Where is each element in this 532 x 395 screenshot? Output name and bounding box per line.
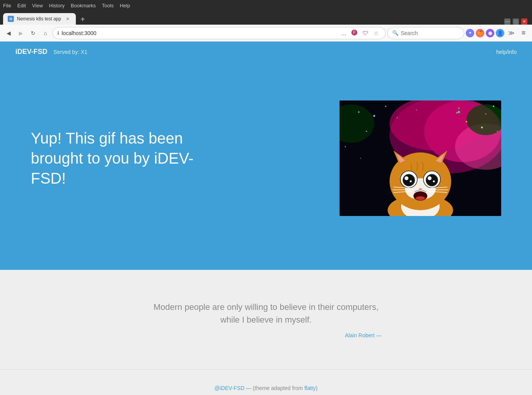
back-button[interactable]: ◀ <box>3 28 14 38</box>
menu-view[interactable]: View <box>32 3 43 8</box>
svg-point-19 <box>458 111 460 113</box>
pocket-icon[interactable]: 🅟 <box>350 28 359 38</box>
site-logo: iDEV-FSD <box>15 48 47 56</box>
svg-point-21 <box>481 127 483 129</box>
site-header: iDEV-FSD Served by: X1 help/info <box>0 42 532 62</box>
search-bar[interactable]: 🔍 <box>387 27 464 39</box>
url-text: localhost:3000 <box>62 30 337 36</box>
navigation-bar: ◀ ▶ ↻ ⌂ ℹ localhost:3000 … 🅟 🛡 ☆ 🔍 ✦ 🍊 ◉… <box>0 25 532 42</box>
galaxy-cat-svg <box>340 100 501 216</box>
svg-point-20 <box>456 112 458 114</box>
svg-point-11 <box>485 114 487 115</box>
quote-author: Alain Robert — <box>151 332 381 338</box>
home-button[interactable]: ⌂ <box>40 28 51 38</box>
maximize-button[interactable]: □ <box>513 18 519 25</box>
forward-button[interactable]: ▶ <box>15 28 26 38</box>
tab-close-button[interactable]: × <box>64 15 71 22</box>
svg-point-10 <box>458 107 460 109</box>
menu-bar: File Edit View History Bookmarks Tools H… <box>0 0 532 11</box>
footer-section: @iDEV-FSD — (theme adapted from flatty) <box>0 369 532 395</box>
svg-point-17 <box>345 146 346 147</box>
extension-icon-2[interactable]: 🍊 <box>476 29 484 37</box>
footer-handle-link[interactable]: @iDEV-FSD <box>214 385 244 391</box>
footer-theme-link[interactable]: flatty <box>304 385 316 391</box>
tab-favicon: N <box>8 16 14 22</box>
more-options-icon[interactable]: … <box>339 28 348 38</box>
svg-point-15 <box>397 117 398 118</box>
svg-point-36 <box>405 176 408 180</box>
svg-point-13 <box>366 131 367 132</box>
reload-button[interactable]: ↻ <box>28 28 38 38</box>
svg-point-37 <box>410 181 412 182</box>
svg-point-22 <box>373 115 375 117</box>
site-brand: iDEV-FSD Served by: X1 <box>15 48 87 56</box>
address-bar-icons: … 🅟 🛡 ☆ <box>339 28 381 38</box>
hero-text: Yup! This gif has been brought to you by… <box>31 128 223 188</box>
svg-point-9 <box>416 110 417 110</box>
menu-bookmarks[interactable]: Bookmarks <box>71 3 96 8</box>
svg-point-14 <box>466 121 467 122</box>
help-link[interactable]: help/info <box>496 49 517 55</box>
hero-section: Yup! This gif has been brought to you by… <box>0 62 532 270</box>
extension-icon-4[interactable]: 👤 <box>496 29 504 37</box>
search-input[interactable] <box>401 30 455 36</box>
svg-point-18 <box>360 158 361 159</box>
new-tab-button[interactable]: + <box>77 14 88 25</box>
lock-icon: ℹ <box>57 30 59 36</box>
svg-point-46 <box>416 196 425 200</box>
minimize-button[interactable]: — <box>504 18 510 25</box>
menu-help[interactable]: Help <box>120 3 130 8</box>
hamburger-menu-button[interactable]: ≡ <box>518 28 529 38</box>
menu-edit[interactable]: Edit <box>17 3 26 8</box>
svg-point-12 <box>493 105 494 107</box>
svg-point-16 <box>497 131 498 132</box>
website-content: iDEV-FSD Served by: X1 help/info Yup! Th… <box>0 42 532 395</box>
menu-tools[interactable]: Tools <box>102 3 114 8</box>
extension-icon-3[interactable]: ◉ <box>486 29 494 37</box>
quote-section: Modern people are only willing to believ… <box>0 270 532 369</box>
footer-text: @iDEV-FSD — (theme adapted from flatty) <box>15 385 517 391</box>
quote-text: Modern people are only willing to believ… <box>151 301 381 326</box>
menu-file[interactable]: File <box>3 3 11 8</box>
browser-chrome: File Edit View History Bookmarks Tools H… <box>0 0 532 42</box>
close-window-button[interactable]: × <box>521 18 527 25</box>
footer-separator: — (theme adapted from <box>244 385 304 391</box>
address-bar[interactable]: ℹ localhost:3000 … 🅟 🛡 ☆ <box>52 27 386 39</box>
active-tab[interactable]: N Nemesis k8s test app × <box>3 13 76 25</box>
tab-bar: N Nemesis k8s test app × + — □ × <box>0 11 532 25</box>
extension-icon-1[interactable]: ✦ <box>466 29 474 37</box>
search-icon: 🔍 <box>392 30 398 36</box>
svg-point-35 <box>403 175 414 186</box>
hero-image <box>340 100 501 216</box>
star-icon[interactable]: ☆ <box>371 28 381 38</box>
toolbar-icons: ✦ 🍊 ◉ 👤 ≫ ≡ <box>466 28 529 38</box>
extensions-button[interactable]: ≫ <box>506 28 517 38</box>
svg-point-8 <box>385 106 386 107</box>
shield-icon[interactable]: 🛡 <box>361 28 370 38</box>
svg-point-41 <box>427 175 437 186</box>
footer-end: ) <box>316 385 318 391</box>
svg-point-7 <box>358 111 360 113</box>
served-by-text: Served by: X1 <box>54 49 87 55</box>
tab-title: Nemesis k8s test app <box>17 16 61 22</box>
menu-history[interactable]: History <box>49 3 64 8</box>
svg-point-43 <box>433 181 435 182</box>
svg-point-42 <box>428 176 432 180</box>
